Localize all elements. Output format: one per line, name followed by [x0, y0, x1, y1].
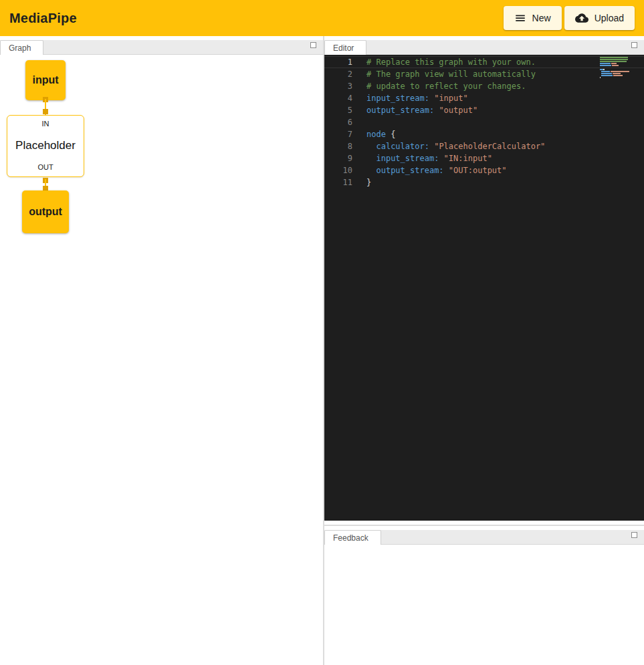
- graph-node-output[interactable]: output: [22, 190, 69, 233]
- editor-panel: Editor 1# Replace this graph with your o…: [324, 36, 644, 521]
- app-header: MediaPipe New Upload: [0, 0, 644, 36]
- code-line: 10 output_stream: "OUT:output": [324, 164, 644, 176]
- tab-editor[interactable]: Editor: [324, 40, 366, 55]
- out-port-label: OUT: [37, 163, 53, 171]
- code-line: 11}: [324, 176, 644, 188]
- tab-feedback-label: Feedback: [333, 533, 368, 543]
- main-layout: Graph input IN Placeholder OUT: [0, 36, 644, 665]
- tab-editor-label: Editor: [333, 43, 354, 53]
- feedback-content: [324, 545, 644, 665]
- graph-popout-icon[interactable]: [310, 42, 316, 48]
- graph-node-placeholder[interactable]: IN Placeholder OUT: [7, 115, 84, 177]
- cloud-upload-icon: [575, 11, 588, 25]
- code-line: 2# The graph view will automatically: [324, 68, 644, 80]
- new-button-label: New: [532, 13, 551, 23]
- app-root: MediaPipe New Upload Graph: [0, 0, 644, 665]
- tab-graph[interactable]: Graph: [0, 40, 43, 55]
- code-line: 1# Replace this graph with your own.: [324, 56, 644, 68]
- code-line: 3# update to reflect your changes.: [324, 80, 644, 92]
- code-line: 7node {: [324, 128, 644, 140]
- editor-panel-header: Editor: [324, 40, 644, 55]
- graph-column: Graph input IN Placeholder OUT: [0, 36, 323, 665]
- minimap[interactable]: [600, 57, 639, 79]
- graph-canvas[interactable]: input IN Placeholder OUT output: [0, 55, 323, 665]
- feedback-panel: Feedback: [324, 526, 644, 665]
- code-lines: 1# Replace this graph with your own.2# T…: [324, 56, 644, 188]
- code-line: 5output_stream: "output": [324, 104, 644, 116]
- graph-node-input-label: input: [32, 74, 58, 86]
- tab-feedback[interactable]: Feedback: [324, 530, 381, 545]
- feedback-panel-header: Feedback: [324, 530, 644, 545]
- in-port-label: IN: [42, 120, 49, 128]
- code-editor[interactable]: 1# Replace this graph with your own.2# T…: [324, 55, 644, 521]
- code-line: 4input_stream: "input": [324, 92, 644, 104]
- feedback-popout-icon[interactable]: [631, 532, 637, 538]
- upload-button[interactable]: Upload: [564, 6, 635, 30]
- new-button[interactable]: New: [504, 6, 562, 30]
- code-line: 6: [324, 116, 644, 128]
- menu-icon: [514, 12, 526, 24]
- upload-button-label: Upload: [595, 13, 624, 23]
- graph-panel: Graph input IN Placeholder OUT: [0, 36, 323, 665]
- code-line: 9 input_stream: "IN:input": [324, 152, 644, 164]
- right-column: Editor 1# Replace this graph with your o…: [324, 36, 644, 665]
- app-title: MediaPipe: [9, 11, 77, 26]
- header-buttons: New Upload: [504, 6, 635, 30]
- editor-popout-icon[interactable]: [631, 42, 637, 48]
- graph-node-output-label: output: [29, 206, 62, 218]
- edge-pin: [43, 109, 48, 114]
- graph-panel-header: Graph: [0, 40, 323, 55]
- code-line: 8 calculator: "PlaceholderCalculator": [324, 140, 644, 152]
- graph-node-input[interactable]: input: [25, 60, 66, 100]
- tab-graph-label: Graph: [9, 43, 31, 53]
- placeholder-node-title: Placeholder: [15, 139, 76, 152]
